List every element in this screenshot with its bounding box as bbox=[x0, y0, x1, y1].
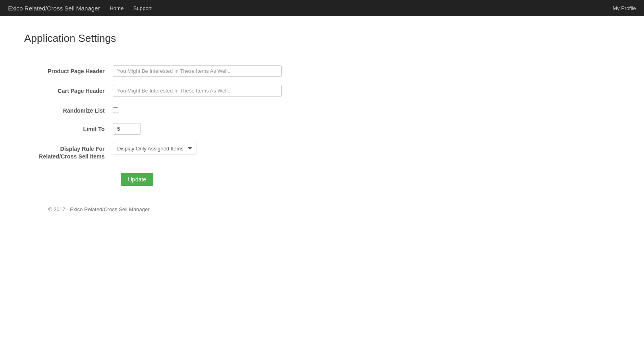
update-button[interactable]: Update bbox=[121, 173, 153, 186]
randomize-list-wrapper bbox=[113, 105, 282, 114]
cart-page-header-wrapper bbox=[113, 85, 282, 97]
cart-page-header-row: Cart Page Header bbox=[24, 85, 459, 97]
limit-to-row: Limit To bbox=[24, 123, 459, 135]
navbar-link-support[interactable]: Support bbox=[133, 5, 152, 11]
product-page-header-input[interactable] bbox=[113, 65, 282, 77]
display-rule-row: Display Rule For Related/Cross Sell Item… bbox=[24, 143, 459, 161]
limit-to-label: Limit To bbox=[24, 123, 113, 134]
footer-text: © 2017 - Exico Related/Cross Sell Manage… bbox=[48, 206, 150, 212]
randomize-list-label: Randomize List bbox=[24, 105, 113, 115]
footer: © 2017 - Exico Related/Cross Sell Manage… bbox=[24, 198, 459, 220]
limit-to-input[interactable] bbox=[113, 123, 141, 135]
product-page-header-label: Product Page Header bbox=[24, 65, 113, 76]
cart-page-header-input[interactable] bbox=[113, 85, 282, 97]
page-title: Application Settings bbox=[24, 32, 459, 45]
product-page-header-wrapper bbox=[113, 65, 282, 77]
product-page-header-row: Product Page Header bbox=[24, 65, 459, 77]
limit-to-wrapper bbox=[113, 123, 282, 135]
display-rule-wrapper: Display Only Assigned Items Display Rela… bbox=[113, 143, 196, 154]
display-rule-label: Display Rule For Related/Cross Sell Item… bbox=[24, 143, 113, 161]
main-content: Application Settings Product Page Header… bbox=[0, 16, 483, 237]
display-rule-select[interactable]: Display Only Assigned Items Display Rela… bbox=[113, 143, 196, 154]
navbar-link-home[interactable]: Home bbox=[109, 5, 124, 11]
navbar: Exico Related/Cross Sell Manager Home Su… bbox=[0, 0, 644, 16]
cart-page-header-label: Cart Page Header bbox=[24, 85, 113, 95]
settings-container: Product Page Header Cart Page Header Ran… bbox=[24, 57, 459, 198]
randomize-list-checkbox[interactable] bbox=[113, 107, 118, 113]
navbar-profile[interactable]: My Profile bbox=[613, 5, 636, 11]
navbar-left: Exico Related/Cross Sell Manager Home Su… bbox=[8, 5, 152, 12]
randomize-list-row: Randomize List bbox=[24, 105, 459, 115]
navbar-brand[interactable]: Exico Related/Cross Sell Manager bbox=[8, 5, 100, 12]
